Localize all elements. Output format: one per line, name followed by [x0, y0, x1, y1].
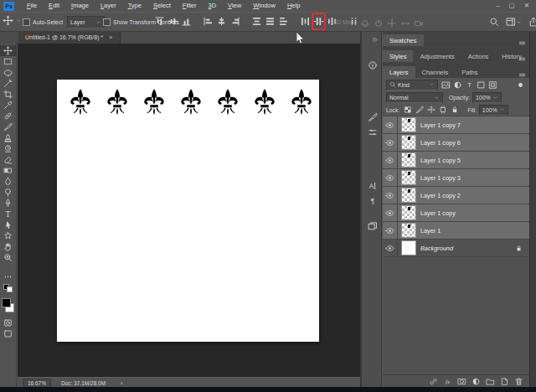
auto-select-checkbox[interactable]: Auto-Select [23, 18, 63, 26]
menu-view[interactable]: View [222, 0, 247, 12]
filter-type-button[interactable]: T [464, 80, 475, 90]
link-layers-button[interactable] [429, 377, 438, 386]
styles-tab-actions[interactable]: Actions [461, 50, 496, 62]
share-button[interactable] [528, 17, 536, 27]
layer-style-button[interactable]: fx [443, 377, 452, 386]
layer-thumbnail[interactable] [401, 152, 416, 168]
tool-dodge[interactable] [0, 187, 17, 198]
filter-adjustment-button[interactable] [452, 80, 463, 90]
tool-move[interactable] [0, 45, 17, 56]
tool-gradient[interactable] [0, 165, 17, 176]
auto-select-target-dropdown[interactable]: Layer [67, 16, 105, 28]
fleur-de-lis-shape[interactable] [141, 89, 168, 124]
menu-type[interactable]: Type [122, 0, 147, 12]
menu-window[interactable]: Window [247, 0, 281, 12]
layer-thumbnail[interactable] [401, 223, 416, 238]
screen-mode-button[interactable] [0, 328, 17, 339]
tool-clone-stamp[interactable] [0, 132, 17, 143]
distribute-top-edges-button[interactable] [251, 14, 262, 28]
menu-help[interactable]: Help [281, 0, 306, 12]
menu-3d[interactable]: 3D [202, 0, 222, 12]
align-bottom-edges-button[interactable] [181, 14, 192, 28]
layer-thumbnail[interactable] [401, 170, 416, 185]
status-expand-arrow[interactable]: › [121, 380, 122, 386]
menu-filter[interactable]: Filter [177, 0, 203, 12]
filter-kind-dropdown[interactable]: Kind [386, 80, 438, 90]
tool-hand[interactable] [0, 241, 17, 252]
layer-row-layer-1[interactable]: Layer 1 [383, 222, 529, 240]
styles-tab-styles[interactable]: Styles [383, 50, 413, 62]
menu-edit[interactable]: Edit [43, 0, 65, 12]
foreground-color-swatch[interactable] [2, 298, 11, 307]
color-swatches[interactable] [1, 298, 15, 313]
default-colors-button[interactable] [3, 284, 13, 292]
edit-toolbar-button[interactable] [0, 271, 17, 282]
layer-row-layer-1-copy-3[interactable]: Layer 1 copy 3 [383, 169, 529, 187]
tool-spot-healing-brush[interactable] [0, 111, 17, 121]
tool-crop[interactable] [0, 89, 17, 100]
search-button[interactable] [489, 17, 499, 27]
visibility-toggle[interactable] [383, 222, 398, 239]
menu-file[interactable]: File [21, 0, 43, 12]
panel-icon-brush-settings[interactable] [365, 111, 379, 124]
filter-shape-button[interactable] [476, 80, 487, 90]
filter-smart-button[interactable] [487, 80, 498, 90]
menu-select[interactable]: Select [147, 0, 177, 12]
layer-thumbnail[interactable] [401, 117, 416, 132]
layers-tab-channels[interactable]: Channels [415, 66, 456, 78]
blend-mode-dropdown[interactable]: Normal [386, 92, 443, 103]
add-layer-mask-button[interactable] [457, 377, 466, 386]
tool-type[interactable]: T [0, 209, 17, 219]
align-right-edges-button[interactable] [229, 14, 240, 28]
new-adjustment-layer-button[interactable] [472, 377, 481, 386]
quick-mask-button[interactable] [0, 317, 17, 328]
layer-row-layer-1-copy-7[interactable]: Layer 1 copy 7 [383, 116, 529, 134]
fleur-de-lis-shape[interactable] [67, 89, 94, 124]
tool-pen[interactable] [0, 198, 17, 209]
workspace-switcher-button[interactable] [506, 17, 522, 27]
layer-thumbnail[interactable] [401, 135, 416, 150]
layer-thumbnail[interactable] [401, 205, 416, 220]
panel-icon-character[interactable]: A [365, 179, 379, 193]
tool-zoom[interactable] [0, 252, 17, 263]
visibility-toggle[interactable] [383, 187, 398, 204]
panel-icon-info[interactable] [365, 59, 379, 72]
filter-pixel-button[interactable] [441, 80, 451, 90]
panel-icon-paragraph[interactable]: ¶ [365, 194, 379, 208]
fill-dropdown[interactable]: 100% [479, 105, 508, 116]
document-tab[interactable]: Untitled-1 @ 16.7% (RGB/8) * × [18, 30, 121, 44]
layer-row-background[interactable]: Background [383, 240, 529, 257]
tool-blur[interactable] [0, 176, 17, 187]
layers-tab-paths[interactable]: Paths [455, 66, 484, 78]
lock-artboard-button[interactable] [437, 105, 448, 116]
distribute-horizontal-centers-button[interactable] [313, 14, 324, 28]
lock-all-button[interactable] [449, 105, 460, 116]
layer-thumbnail[interactable] [401, 188, 416, 203]
align-vertical-centers-button[interactable] [168, 14, 178, 28]
new-layer-button[interactable] [500, 377, 509, 386]
panel-menu-icon[interactable] [518, 67, 526, 82]
fleur-de-lis-shape[interactable] [288, 89, 315, 124]
tool-eraser[interactable] [0, 154, 17, 165]
fleur-de-lis-shape[interactable] [104, 89, 131, 124]
zoom-level-field[interactable]: 16.67% [23, 379, 51, 388]
align-left-edges-button[interactable] [203, 14, 214, 28]
visibility-toggle[interactable] [383, 204, 398, 221]
new-group-button[interactable] [486, 377, 495, 386]
tool-brush[interactable] [0, 121, 17, 132]
distribute-left-edges-button[interactable] [300, 14, 311, 28]
lock-position-button[interactable] [425, 105, 436, 116]
active-tool-preview[interactable] [3, 15, 22, 26]
menu-image[interactable]: Image [65, 0, 95, 12]
swatches-tab-swatches[interactable]: Swatches [383, 34, 424, 46]
maximize-button[interactable]: ▢ [509, 0, 515, 12]
distribute-vertical-centers-button[interactable] [265, 14, 276, 28]
fleur-de-lis-shape[interactable] [214, 89, 241, 124]
opacity-dropdown[interactable]: 100% [472, 92, 502, 103]
tool-custom-shape[interactable] [0, 230, 17, 241]
tool-quick-selection[interactable] [0, 78, 17, 89]
close-tab-icon[interactable]: × [109, 34, 113, 41]
visibility-toggle[interactable] [383, 134, 398, 151]
document-canvas[interactable] [57, 80, 319, 342]
panel-icon-properties[interactable] [365, 126, 379, 139]
